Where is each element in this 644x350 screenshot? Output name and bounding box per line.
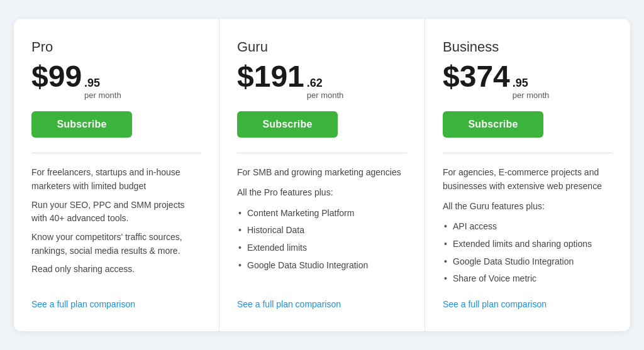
description-paragraph: Know your competitors' traffic sources, … <box>31 231 201 258</box>
description-paragraph: Read only sharing access. <box>31 263 201 276</box>
subscribe-button-pro[interactable]: Subscribe <box>31 111 132 138</box>
subscribe-button-business[interactable]: Subscribe <box>443 111 543 138</box>
plan-name-pro: Pro <box>31 39 201 55</box>
comparison-link-guru[interactable]: See a full plan comparison <box>237 298 407 311</box>
price-cents-wrap-business: .95per month <box>513 77 550 100</box>
feature-item: Extended limits <box>237 239 407 257</box>
feature-item: Share of Voice metric <box>443 270 613 288</box>
description-paragraph: Run your SEO, PPC and SMM projects with … <box>31 199 201 226</box>
price-cents-business: .95 <box>513 77 550 90</box>
plan-column-guru: Guru$191.62per monthSubscribeFor SMB and… <box>219 19 425 331</box>
price-cents-guru: .62 <box>307 77 344 90</box>
price-cents-pro: .95 <box>84 77 121 90</box>
price-row-guru: $191.62per month <box>237 62 407 100</box>
pricing-container: Pro$99.95per monthSubscribeFor freelance… <box>14 19 630 331</box>
plan-description-pro: For freelancers, startups and in-house m… <box>31 166 201 282</box>
feature-item: Historical Data <box>237 222 407 239</box>
plan-column-business: Business$374.95per monthSubscribeFor age… <box>425 19 630 331</box>
spacer <box>31 288 201 298</box>
price-period-pro: per month <box>84 90 121 101</box>
plan-audience-guru: For SMB and growing marketing agencies <box>237 166 407 180</box>
price-row-pro: $99.95per month <box>31 62 201 100</box>
divider-guru <box>237 153 407 153</box>
price-period-business: per month <box>513 90 550 101</box>
divider-pro <box>31 153 201 153</box>
features-label-guru: All the Pro features plus: <box>237 186 407 200</box>
plan-name-business: Business <box>443 39 613 55</box>
feature-item: Extended limits and sharing options <box>443 236 613 253</box>
plan-column-pro: Pro$99.95per monthSubscribeFor freelance… <box>14 19 219 331</box>
features-list-guru: Content Marketing PlatformHistorical Dat… <box>237 205 407 275</box>
features-label-business: All the Guru features plus: <box>443 200 613 214</box>
feature-item: API access <box>443 218 613 236</box>
description-paragraph: For freelancers, startups and in-house m… <box>31 166 201 193</box>
price-row-business: $374.95per month <box>443 62 613 100</box>
price-period-guru: per month <box>307 90 344 101</box>
subscribe-button-guru[interactable]: Subscribe <box>237 111 338 138</box>
plan-name-guru: Guru <box>237 39 407 55</box>
price-main-pro: $99 <box>31 62 82 92</box>
comparison-link-business[interactable]: See a full plan comparison <box>443 298 613 311</box>
plan-audience-business: For agencies, E-commerce projects and bu… <box>443 166 613 193</box>
feature-item: Google Data Studio Integration <box>237 257 407 275</box>
divider-business <box>443 153 613 153</box>
spacer <box>237 284 407 298</box>
comparison-link-pro[interactable]: See a full plan comparison <box>31 298 201 311</box>
price-main-business: $374 <box>443 62 510 92</box>
feature-item: Content Marketing Platform <box>237 205 407 222</box>
features-list-business: API accessExtended limits and sharing op… <box>443 218 613 288</box>
feature-item: Google Data Studio Integration <box>443 253 613 271</box>
price-cents-wrap-guru: .62per month <box>307 77 344 100</box>
price-cents-wrap-pro: .95per month <box>84 77 121 100</box>
price-main-guru: $191 <box>237 62 304 92</box>
